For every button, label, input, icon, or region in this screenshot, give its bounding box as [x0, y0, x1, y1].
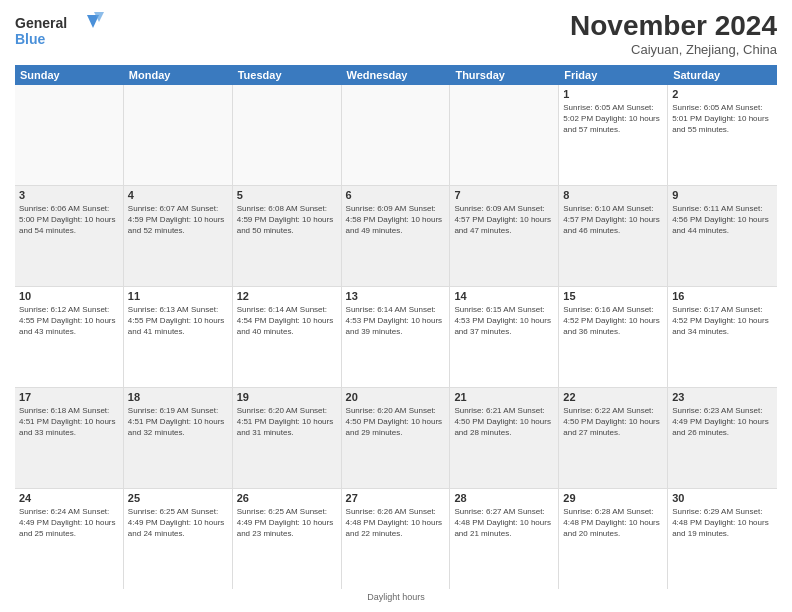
day-info: Sunrise: 6:28 AM Sunset: 4:48 PM Dayligh…: [563, 506, 663, 540]
header-day-sunday: Sunday: [15, 65, 124, 85]
day-info: Sunrise: 6:18 AM Sunset: 4:51 PM Dayligh…: [19, 405, 119, 439]
calendar: SundayMondayTuesdayWednesdayThursdayFrid…: [15, 65, 777, 589]
day-info: Sunrise: 6:24 AM Sunset: 4:49 PM Dayligh…: [19, 506, 119, 540]
calendar-cell: 24Sunrise: 6:24 AM Sunset: 4:49 PM Dayli…: [15, 489, 124, 589]
calendar-cell: 5Sunrise: 6:08 AM Sunset: 4:59 PM Daylig…: [233, 186, 342, 286]
day-number: 4: [128, 189, 228, 201]
calendar-cell: [342, 85, 451, 185]
calendar-cell: 10Sunrise: 6:12 AM Sunset: 4:55 PM Dayli…: [15, 287, 124, 387]
day-info: Sunrise: 6:05 AM Sunset: 5:01 PM Dayligh…: [672, 102, 773, 136]
day-number: 25: [128, 492, 228, 504]
day-info: Sunrise: 6:29 AM Sunset: 4:48 PM Dayligh…: [672, 506, 773, 540]
calendar-row-5: 24Sunrise: 6:24 AM Sunset: 4:49 PM Dayli…: [15, 489, 777, 589]
day-info: Sunrise: 6:15 AM Sunset: 4:53 PM Dayligh…: [454, 304, 554, 338]
header-day-thursday: Thursday: [450, 65, 559, 85]
day-number: 5: [237, 189, 337, 201]
footer-note: Daylight hours: [15, 592, 777, 602]
day-info: Sunrise: 6:27 AM Sunset: 4:48 PM Dayligh…: [454, 506, 554, 540]
day-number: 2: [672, 88, 773, 100]
header-day-friday: Friday: [559, 65, 668, 85]
day-number: 24: [19, 492, 119, 504]
day-number: 16: [672, 290, 773, 302]
month-title: November 2024: [570, 10, 777, 42]
calendar-cell: 26Sunrise: 6:25 AM Sunset: 4:49 PM Dayli…: [233, 489, 342, 589]
day-number: 20: [346, 391, 446, 403]
day-info: Sunrise: 6:13 AM Sunset: 4:55 PM Dayligh…: [128, 304, 228, 338]
day-number: 26: [237, 492, 337, 504]
calendar-cell: 4Sunrise: 6:07 AM Sunset: 4:59 PM Daylig…: [124, 186, 233, 286]
day-number: 23: [672, 391, 773, 403]
day-number: 3: [19, 189, 119, 201]
calendar-cell: 28Sunrise: 6:27 AM Sunset: 4:48 PM Dayli…: [450, 489, 559, 589]
day-info: Sunrise: 6:26 AM Sunset: 4:48 PM Dayligh…: [346, 506, 446, 540]
day-info: Sunrise: 6:20 AM Sunset: 4:51 PM Dayligh…: [237, 405, 337, 439]
day-info: Sunrise: 6:14 AM Sunset: 4:53 PM Dayligh…: [346, 304, 446, 338]
header-day-tuesday: Tuesday: [233, 65, 342, 85]
svg-text:Blue: Blue: [15, 31, 46, 47]
day-number: 6: [346, 189, 446, 201]
day-number: 17: [19, 391, 119, 403]
day-info: Sunrise: 6:09 AM Sunset: 4:58 PM Dayligh…: [346, 203, 446, 237]
day-number: 12: [237, 290, 337, 302]
day-number: 7: [454, 189, 554, 201]
day-number: 29: [563, 492, 663, 504]
calendar-cell: 2Sunrise: 6:05 AM Sunset: 5:01 PM Daylig…: [668, 85, 777, 185]
header-day-saturday: Saturday: [668, 65, 777, 85]
calendar-cell: 14Sunrise: 6:15 AM Sunset: 4:53 PM Dayli…: [450, 287, 559, 387]
day-number: 28: [454, 492, 554, 504]
day-number: 19: [237, 391, 337, 403]
calendar-cell: 27Sunrise: 6:26 AM Sunset: 4:48 PM Dayli…: [342, 489, 451, 589]
day-info: Sunrise: 6:23 AM Sunset: 4:49 PM Dayligh…: [672, 405, 773, 439]
calendar-cell: 3Sunrise: 6:06 AM Sunset: 5:00 PM Daylig…: [15, 186, 124, 286]
day-info: Sunrise: 6:16 AM Sunset: 4:52 PM Dayligh…: [563, 304, 663, 338]
day-info: Sunrise: 6:10 AM Sunset: 4:57 PM Dayligh…: [563, 203, 663, 237]
day-number: 14: [454, 290, 554, 302]
day-info: Sunrise: 6:14 AM Sunset: 4:54 PM Dayligh…: [237, 304, 337, 338]
day-number: 21: [454, 391, 554, 403]
header-day-wednesday: Wednesday: [342, 65, 451, 85]
calendar-cell: 18Sunrise: 6:19 AM Sunset: 4:51 PM Dayli…: [124, 388, 233, 488]
day-info: Sunrise: 6:20 AM Sunset: 4:50 PM Dayligh…: [346, 405, 446, 439]
day-info: Sunrise: 6:21 AM Sunset: 4:50 PM Dayligh…: [454, 405, 554, 439]
day-info: Sunrise: 6:17 AM Sunset: 4:52 PM Dayligh…: [672, 304, 773, 338]
calendar-cell: [124, 85, 233, 185]
logo: General Blue: [15, 10, 105, 50]
calendar-cell: 19Sunrise: 6:20 AM Sunset: 4:51 PM Dayli…: [233, 388, 342, 488]
day-info: Sunrise: 6:06 AM Sunset: 5:00 PM Dayligh…: [19, 203, 119, 237]
logo-svg: General Blue: [15, 10, 105, 50]
day-info: Sunrise: 6:08 AM Sunset: 4:59 PM Dayligh…: [237, 203, 337, 237]
calendar-body: 1Sunrise: 6:05 AM Sunset: 5:02 PM Daylig…: [15, 85, 777, 589]
calendar-cell: 30Sunrise: 6:29 AM Sunset: 4:48 PM Dayli…: [668, 489, 777, 589]
calendar-cell: 29Sunrise: 6:28 AM Sunset: 4:48 PM Dayli…: [559, 489, 668, 589]
calendar-cell: [15, 85, 124, 185]
day-info: Sunrise: 6:12 AM Sunset: 4:55 PM Dayligh…: [19, 304, 119, 338]
calendar-cell: [233, 85, 342, 185]
calendar-row-4: 17Sunrise: 6:18 AM Sunset: 4:51 PM Dayli…: [15, 388, 777, 489]
page: General Blue November 2024 Caiyuan, Zhej…: [0, 0, 792, 612]
calendar-cell: 9Sunrise: 6:11 AM Sunset: 4:56 PM Daylig…: [668, 186, 777, 286]
calendar-cell: 12Sunrise: 6:14 AM Sunset: 4:54 PM Dayli…: [233, 287, 342, 387]
calendar-cell: 20Sunrise: 6:20 AM Sunset: 4:50 PM Dayli…: [342, 388, 451, 488]
day-info: Sunrise: 6:11 AM Sunset: 4:56 PM Dayligh…: [672, 203, 773, 237]
day-number: 1: [563, 88, 663, 100]
day-info: Sunrise: 6:25 AM Sunset: 4:49 PM Dayligh…: [237, 506, 337, 540]
calendar-cell: 21Sunrise: 6:21 AM Sunset: 4:50 PM Dayli…: [450, 388, 559, 488]
day-number: 10: [19, 290, 119, 302]
day-info: Sunrise: 6:19 AM Sunset: 4:51 PM Dayligh…: [128, 405, 228, 439]
calendar-cell: 8Sunrise: 6:10 AM Sunset: 4:57 PM Daylig…: [559, 186, 668, 286]
subtitle: Caiyuan, Zhejiang, China: [570, 42, 777, 57]
day-info: Sunrise: 6:22 AM Sunset: 4:50 PM Dayligh…: [563, 405, 663, 439]
day-number: 30: [672, 492, 773, 504]
calendar-cell: 22Sunrise: 6:22 AM Sunset: 4:50 PM Dayli…: [559, 388, 668, 488]
header: General Blue November 2024 Caiyuan, Zhej…: [15, 10, 777, 57]
calendar-cell: 16Sunrise: 6:17 AM Sunset: 4:52 PM Dayli…: [668, 287, 777, 387]
day-number: 8: [563, 189, 663, 201]
calendar-cell: 13Sunrise: 6:14 AM Sunset: 4:53 PM Dayli…: [342, 287, 451, 387]
calendar-header: SundayMondayTuesdayWednesdayThursdayFrid…: [15, 65, 777, 85]
day-number: 15: [563, 290, 663, 302]
header-day-monday: Monday: [124, 65, 233, 85]
day-number: 27: [346, 492, 446, 504]
calendar-row-1: 1Sunrise: 6:05 AM Sunset: 5:02 PM Daylig…: [15, 85, 777, 186]
calendar-cell: 15Sunrise: 6:16 AM Sunset: 4:52 PM Dayli…: [559, 287, 668, 387]
calendar-cell: [450, 85, 559, 185]
